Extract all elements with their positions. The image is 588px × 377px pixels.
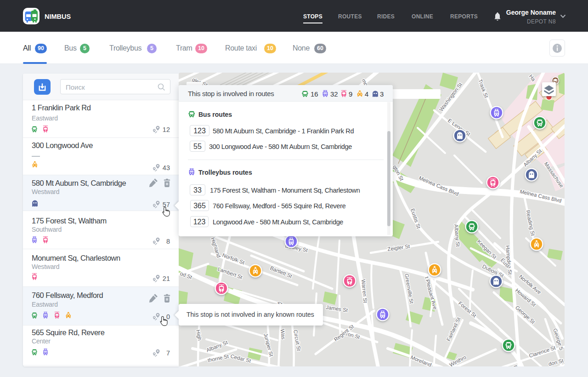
- svg-text:Was: Was: [280, 329, 286, 340]
